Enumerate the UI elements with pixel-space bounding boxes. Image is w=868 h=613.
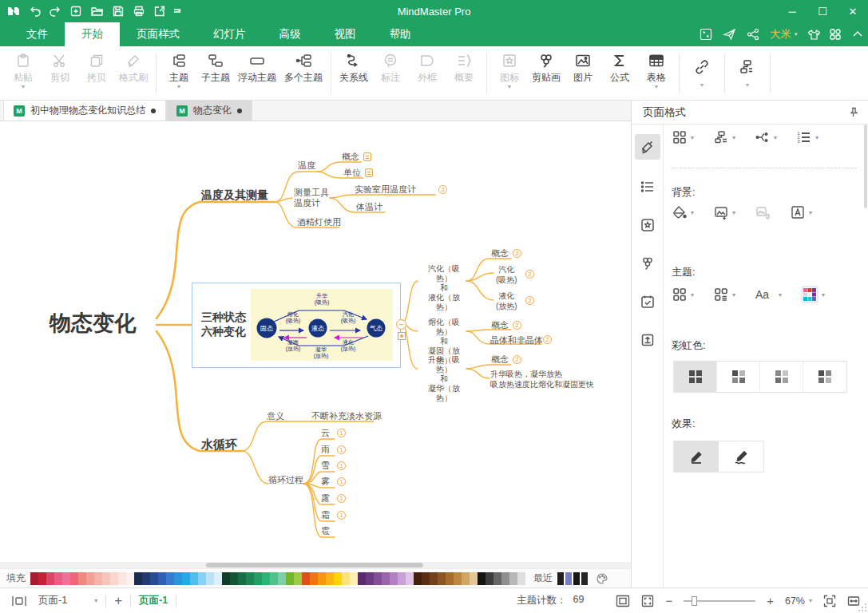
- doc-tab-1[interactable]: M 初中物理物态变化知识总结: [3, 101, 166, 121]
- panel-tab-outline[interactable]: [635, 174, 660, 200]
- color-swatch[interactable]: [254, 572, 262, 585]
- close-button[interactable]: ✕: [838, 0, 868, 22]
- topic-snow[interactable]: 雪: [321, 461, 330, 471]
- page-selector[interactable]: 页面-1▾: [38, 594, 97, 607]
- picture-button[interactable]: 图片: [565, 50, 601, 100]
- color-swatch[interactable]: [470, 572, 478, 585]
- topic-hail[interactable]: 雹: [321, 526, 330, 536]
- fullscreen-button[interactable]: [641, 595, 654, 607]
- rainbow-option-4[interactable]: [803, 362, 846, 392]
- panel-tab-clipart[interactable]: [635, 251, 660, 276]
- rainbow-option-3[interactable]: [760, 362, 803, 392]
- panel-tab-export[interactable]: [635, 327, 660, 353]
- color-swatch[interactable]: [118, 572, 126, 585]
- minimize-button[interactable]: ─: [777, 0, 807, 22]
- color-swatch[interactable]: [62, 572, 70, 585]
- canvas-horizontal-scrollbar[interactable]: [0, 562, 631, 568]
- color-swatch[interactable]: [334, 572, 342, 585]
- color-swatch[interactable]: [246, 572, 254, 585]
- more-colors-palette-icon[interactable]: [596, 572, 608, 585]
- menu-page-style[interactable]: 页面样式: [120, 22, 196, 46]
- color-swatch[interactable]: [70, 572, 78, 585]
- cut-button[interactable]: 剪切: [42, 50, 78, 100]
- mindmap-canvas[interactable]: 物态变化 温度及其测量 温度 概念 单位 测量工具 温度计 实验室用温度计 3 …: [0, 121, 631, 562]
- connector-style-button[interactable]: ▾: [755, 129, 777, 145]
- menu-advanced[interactable]: 高级: [263, 22, 318, 46]
- number-1-icon[interactable]: 1: [337, 511, 346, 520]
- topic-rain[interactable]: 雨: [321, 445, 330, 455]
- callout-button[interactable]: 标注: [372, 50, 409, 100]
- menu-slides[interactable]: 幻灯片: [196, 22, 263, 46]
- number-2-icon[interactable]: 2: [525, 270, 534, 279]
- color-swatch[interactable]: [142, 572, 150, 585]
- topic-concept[interactable]: 概念: [342, 152, 359, 162]
- background-image-delete-button[interactable]: [755, 204, 771, 220]
- number-2-icon[interactable]: 2: [513, 249, 521, 258]
- pages-icon[interactable]: [11, 595, 27, 607]
- number-1-icon[interactable]: 1: [337, 429, 346, 437]
- number-1-icon[interactable]: 1: [337, 494, 346, 503]
- number-1-icon[interactable]: 1: [337, 445, 346, 454]
- export-button[interactable]: ▾: [153, 5, 165, 18]
- panel-scrollbar[interactable]: [864, 125, 867, 208]
- color-swatch[interactable]: [478, 572, 486, 585]
- color-swatch[interactable]: [565, 572, 572, 585]
- color-swatch[interactable]: [206, 572, 214, 585]
- topic-three-states[interactable]: 三种状态 六种变化: [201, 310, 246, 338]
- collapse-branch-button[interactable]: −: [396, 319, 406, 330]
- color-swatch[interactable]: [557, 572, 564, 585]
- paste-button[interactable]: 粘贴▾: [5, 50, 42, 100]
- state-change-image[interactable]: 固态 液态 气态 升华 (吸热) 熔化 (吸热) 凝固 (放热) 汽化 (吸热)…: [251, 289, 393, 361]
- summary-button[interactable]: 概要: [446, 50, 482, 100]
- structure-button[interactable]: ▾: [729, 50, 766, 100]
- panel-tab-page-format[interactable]: [635, 134, 660, 160]
- color-swatch[interactable]: [150, 572, 158, 585]
- note-icon[interactable]: [363, 152, 371, 161]
- background-fill-button[interactable]: ▾: [672, 204, 694, 220]
- number-1-icon[interactable]: 1: [337, 461, 346, 470]
- scrollbar-thumb[interactable]: [206, 563, 423, 568]
- watermark-button[interactable]: ▾: [790, 204, 812, 220]
- theme-font-button[interactable]: Aa▾: [755, 286, 782, 303]
- topic-frost[interactable]: 霜: [321, 510, 330, 520]
- theme-color-button[interactable]: ▾: [801, 286, 825, 303]
- topic-freshwater[interactable]: 不断补充淡水资源: [311, 411, 382, 421]
- table-button[interactable]: 表格▾: [638, 50, 675, 100]
- color-swatch[interactable]: [222, 572, 230, 585]
- color-swatch[interactable]: [486, 572, 493, 585]
- color-swatch[interactable]: [134, 572, 142, 585]
- menu-home[interactable]: 开始: [65, 22, 120, 46]
- fit-window-button[interactable]: [616, 595, 630, 607]
- theme-skin-button[interactable]: ▾: [807, 29, 818, 41]
- zoom-slider[interactable]: [684, 596, 755, 606]
- color-swatch[interactable]: [230, 572, 238, 585]
- theme-gallery-button[interactable]: ▾: [672, 286, 694, 303]
- topic-meaning[interactable]: 意义: [267, 411, 284, 421]
- layout-style-button[interactable]: ▾: [672, 129, 694, 145]
- zoom-out-button[interactable]: −: [665, 594, 672, 607]
- topic-concept[interactable]: 概念: [491, 320, 509, 330]
- hyperlink-button[interactable]: ▾: [684, 50, 720, 100]
- pin-icon[interactable]: [848, 107, 858, 117]
- number-2-icon[interactable]: 2: [513, 355, 521, 364]
- zoom-level-dropdown[interactable]: 67%▾: [785, 595, 812, 607]
- share-button[interactable]: [747, 28, 759, 41]
- structure-style-button[interactable]: ▾: [713, 129, 735, 145]
- effect-normal-button[interactable]: [674, 441, 719, 472]
- fit-selection-button[interactable]: [823, 595, 836, 607]
- floating-topic-button[interactable]: 浮动主题: [234, 50, 280, 100]
- formula-button[interactable]: 公式: [601, 50, 638, 100]
- color-swatch[interactable]: [30, 572, 38, 585]
- color-swatch[interactable]: [422, 572, 430, 585]
- color-swatch[interactable]: [366, 572, 374, 585]
- color-swatch[interactable]: [501, 572, 509, 585]
- color-swatch[interactable]: [493, 572, 501, 585]
- active-page-tab[interactable]: 页面-1: [139, 594, 168, 607]
- undo-dropdown[interactable]: ▾: [38, 8, 41, 14]
- color-swatch[interactable]: [238, 572, 246, 585]
- copy-button[interactable]: 拷贝: [78, 50, 115, 100]
- image-handle-icon[interactable]: [398, 332, 406, 340]
- topic-measuring-tool[interactable]: 测量工具 温度计: [294, 188, 329, 208]
- topic-concept[interactable]: 概念: [491, 248, 509, 259]
- number-1-icon[interactable]: 1: [337, 477, 346, 486]
